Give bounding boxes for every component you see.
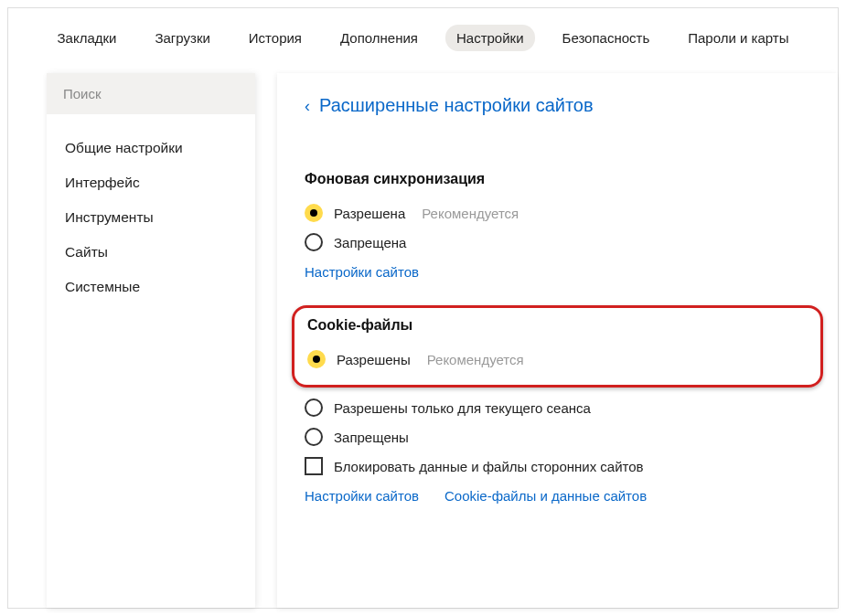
sidebar-item-general[interactable]: Общие настройки	[47, 131, 255, 165]
cookies-session-label: Разрешены только для текущего сеанса	[334, 400, 591, 416]
sidebar-item-interface[interactable]: Интерфейс	[47, 165, 255, 200]
sidebar-list: Общие настройки Интерфейс Инструменты Са…	[47, 114, 255, 304]
cookies-highlight: Cookie-файлы Разрешены Рекомендуется	[292, 305, 823, 388]
search-input[interactable]: Поиск	[47, 73, 255, 114]
back-to-advanced-site-settings[interactable]: ‹ Расширенные настройки сайтов	[305, 95, 810, 116]
cookies-blocked-label: Запрещены	[334, 430, 409, 445]
cookies-allowed-hint: Рекомендуется	[427, 352, 524, 367]
sidebar-item-system[interactable]: Системные	[47, 270, 255, 304]
cookies-option-session[interactable]: Разрешены только для текущего сеанса	[305, 393, 810, 422]
chevron-left-icon: ‹	[305, 98, 310, 114]
bgsync-sites-link[interactable]: Настройки сайтов	[305, 264, 419, 280]
radio-icon	[305, 428, 323, 446]
bgsync-option-allowed[interactable]: Разрешена Рекомендуется	[305, 198, 810, 228]
nav-settings[interactable]: Настройки	[445, 25, 535, 51]
cookies-option-blocked[interactable]: Запрещены	[305, 422, 810, 451]
nav-downloads[interactable]: Загрузки	[144, 25, 220, 51]
bgsync-allowed-label: Разрешена	[334, 206, 405, 221]
bgsync-blocked-label: Запрещена	[334, 235, 406, 250]
cookies-block3p-label: Блокировать данные и файлы сторонних сай…	[334, 459, 644, 474]
radio-icon	[305, 398, 323, 417]
bgsync-title: Фоновая синхронизация	[305, 171, 810, 187]
cookies-title: Cookie-файлы	[307, 317, 808, 334]
radio-selected-icon	[307, 350, 326, 368]
content-panel: ‹ Расширенные настройки сайтов Фоновая с…	[277, 73, 838, 608]
nav-addons[interactable]: Дополнения	[329, 25, 429, 51]
nav-passwords[interactable]: Пароли и карты	[677, 25, 799, 51]
radio-icon	[305, 233, 323, 251]
page-title: Расширенные настройки сайтов	[319, 95, 594, 116]
settings-window: Закладки Загрузки История Дополнения Нас…	[7, 7, 839, 609]
checkbox-icon	[305, 457, 323, 475]
top-nav: Закладки Загрузки История Дополнения Нас…	[8, 8, 838, 73]
main-area: Поиск Общие настройки Интерфейс Инструме…	[8, 73, 838, 608]
sidebar: Поиск Общие настройки Интерфейс Инструме…	[47, 73, 255, 608]
content-area: ‹ Расширенные настройки сайтов Фоновая с…	[255, 73, 838, 608]
radio-selected-icon	[305, 204, 323, 222]
section-cookies: Cookie-файлы Разрешены Рекомендуется Раз…	[305, 305, 810, 504]
bgsync-option-blocked[interactable]: Запрещена	[305, 228, 810, 257]
sidebar-item-sites[interactable]: Сайты	[47, 235, 255, 270]
nav-security[interactable]: Безопасность	[552, 25, 661, 51]
cookies-allowed-label: Разрешены	[337, 352, 411, 367]
sidebar-item-tools[interactable]: Инструменты	[47, 200, 255, 235]
nav-bookmarks[interactable]: Закладки	[47, 25, 128, 51]
nav-history[interactable]: История	[238, 25, 313, 51]
cookies-data-link[interactable]: Cookie-файлы и данные сайтов	[444, 488, 647, 504]
cookies-option-block-thirdparty[interactable]: Блокировать данные и файлы сторонних сай…	[305, 451, 810, 481]
section-background-sync: Фоновая синхронизация Разрешена Рекоменд…	[305, 171, 810, 280]
bgsync-allowed-hint: Рекомендуется	[422, 206, 519, 221]
cookies-sites-link[interactable]: Настройки сайтов	[305, 488, 419, 504]
cookies-option-allowed[interactable]: Разрешены Рекомендуется	[307, 345, 808, 374]
